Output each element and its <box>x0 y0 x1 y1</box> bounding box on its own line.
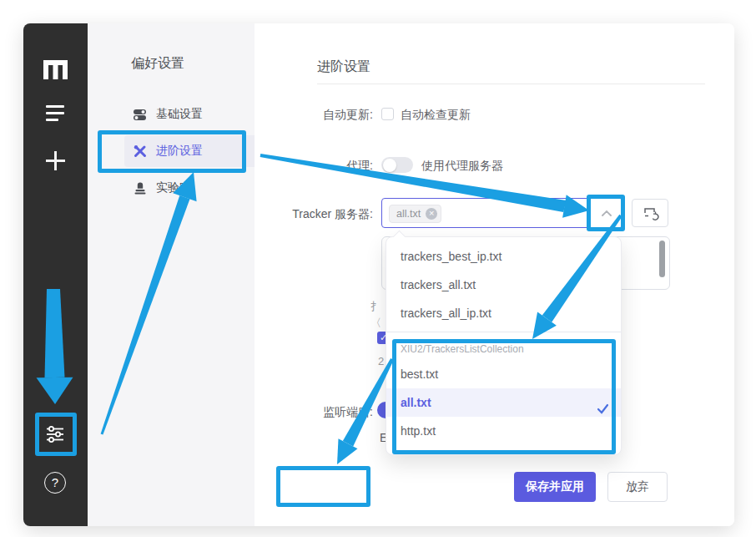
dropdown-option[interactable]: trackers_all_ip.txt <box>386 299 621 327</box>
sync-tracker-button[interactable] <box>632 199 668 227</box>
title-divider <box>317 84 705 84</box>
auto-update-checkbox[interactable] <box>381 108 394 120</box>
proxy-label: 代理: <box>346 159 373 174</box>
task-list-icon[interactable] <box>46 105 64 122</box>
number-fragment: 2 <box>378 355 384 367</box>
preferences-sidebar: 偏好设置 基础设置 <box>88 23 255 526</box>
app-window: ? 偏好设置 基础设置 <box>23 23 734 526</box>
motrix-logo-icon <box>43 60 68 81</box>
dropdown-option[interactable]: trackers_all.txt <box>386 271 621 299</box>
sidebar-item-label: 实验室 <box>156 180 191 195</box>
add-task-icon[interactable] <box>45 150 66 171</box>
proxy-toggle-label: 使用代理服务器 <box>421 159 503 174</box>
tracker-tag-label: all.txt <box>396 208 421 220</box>
annotation-box-dropdown-group <box>392 339 616 454</box>
auto-update-label: 自动更新: <box>323 108 373 123</box>
stamp-icon <box>134 181 147 195</box>
textarea-scrollbar[interactable] <box>659 241 665 277</box>
toggles-icon <box>134 108 147 121</box>
page-title: 进阶设置 <box>317 58 370 76</box>
annotation-box-advanced-item <box>98 130 246 173</box>
proxy-toggle[interactable] <box>381 157 413 173</box>
listen-port-label: 监听端口: <box>323 405 373 420</box>
tracker-server-label: Tracker 服务器: <box>292 207 373 222</box>
save-apply-button[interactable]: 保存并应用 <box>514 472 596 502</box>
tracker-tag[interactable]: all.txt × <box>389 205 441 223</box>
sidebar-item-lab[interactable]: 实验室 <box>124 172 265 204</box>
dropdown-option[interactable]: trackers_best_ip.txt <box>386 242 621 271</box>
hint-fragment: 〈 <box>370 316 381 331</box>
dropdown-divider <box>386 332 621 332</box>
hint-fragment: 扌 <box>370 299 381 314</box>
annotation-box-select-chevron <box>587 195 625 231</box>
tag-remove-icon[interactable]: × <box>426 208 437 220</box>
sidebar-item-label: 基础设置 <box>156 107 203 122</box>
annotation-box-preferences-icon <box>35 413 77 456</box>
preferences-title: 偏好设置 <box>131 55 184 73</box>
help-icon[interactable]: ? <box>44 472 66 494</box>
auto-update-checkbox-label: 自动检查更新 <box>401 108 471 123</box>
discard-button[interactable]: 放弃 <box>607 472 668 502</box>
screenshot-stage: ? 偏好设置 基础设置 <box>0 0 756 537</box>
annotation-box-save-button <box>276 466 370 507</box>
sidebar-item-basic-settings[interactable]: 基础设置 <box>124 99 265 130</box>
